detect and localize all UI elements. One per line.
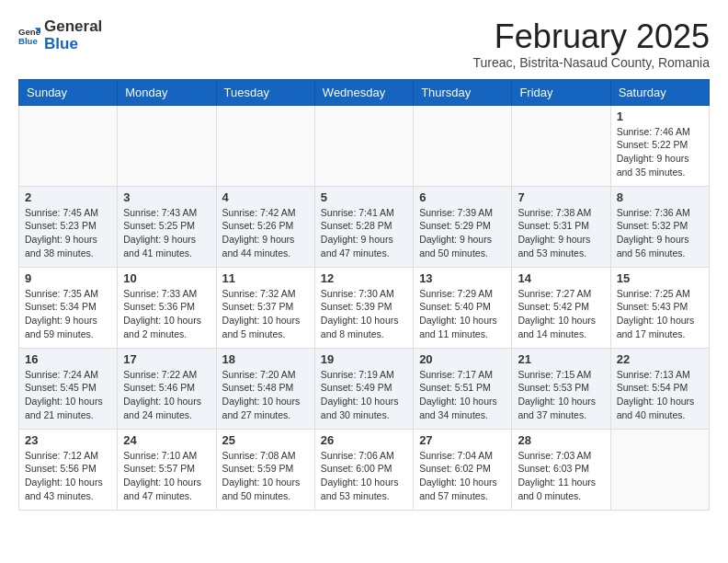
logo-blue-text: Blue [44,36,102,53]
day-info: Sunrise: 7:22 AM Sunset: 5:46 PM Dayligh… [123,368,210,422]
calendar-day-cell: 12Sunrise: 7:30 AM Sunset: 5:39 PM Dayli… [314,267,413,348]
day-info: Sunrise: 7:38 AM Sunset: 5:31 PM Dayligh… [518,206,604,260]
day-info: Sunrise: 7:19 AM Sunset: 5:49 PM Dayligh… [321,368,407,422]
logo: General Blue General Blue [18,18,102,52]
day-info: Sunrise: 7:20 AM Sunset: 5:48 PM Dayligh… [222,368,309,422]
day-info: Sunrise: 7:08 AM Sunset: 5:59 PM Dayligh… [222,449,309,503]
calendar-day-cell: 21Sunrise: 7:15 AM Sunset: 5:53 PM Dayli… [512,348,610,429]
day-info: Sunrise: 7:03 AM Sunset: 6:03 PM Dayligh… [518,449,604,503]
calendar-day-cell [19,105,118,186]
day-info: Sunrise: 7:43 AM Sunset: 5:25 PM Dayligh… [123,206,210,260]
day-number: 21 [518,352,604,366]
calendar-day-cell: 20Sunrise: 7:17 AM Sunset: 5:51 PM Dayli… [414,348,512,429]
day-number: 15 [617,271,703,285]
calendar-day-cell [216,105,314,186]
calendar-week-row: 16Sunrise: 7:24 AM Sunset: 5:45 PM Dayli… [19,348,710,429]
day-number: 4 [222,190,309,204]
weekday-header-monday: Monday [118,79,216,105]
weekday-header-tuesday: Tuesday [216,79,314,105]
calendar-day-cell: 1Sunrise: 7:46 AM Sunset: 5:22 PM Daylig… [610,105,709,186]
day-info: Sunrise: 7:10 AM Sunset: 5:57 PM Dayligh… [123,449,210,503]
day-info: Sunrise: 7:39 AM Sunset: 5:29 PM Dayligh… [419,206,506,260]
calendar-day-cell: 26Sunrise: 7:06 AM Sunset: 6:00 PM Dayli… [314,429,413,510]
title-section: February 2025 Tureac, Bistrita-Nasaud Co… [472,18,710,70]
calendar-day-cell: 11Sunrise: 7:32 AM Sunset: 5:37 PM Dayli… [216,267,314,348]
day-number: 9 [25,271,111,285]
day-number: 27 [419,433,506,447]
calendar-day-cell [118,105,216,186]
day-info: Sunrise: 7:24 AM Sunset: 5:45 PM Dayligh… [25,368,111,422]
logo-icon: General Blue [18,25,40,47]
day-info: Sunrise: 7:36 AM Sunset: 5:32 PM Dayligh… [617,206,703,260]
logo-general-text: General [44,18,102,36]
day-info: Sunrise: 7:35 AM Sunset: 5:34 PM Dayligh… [25,287,111,341]
calendar-day-cell: 28Sunrise: 7:03 AM Sunset: 6:03 PM Dayli… [512,429,610,510]
calendar-table: SundayMondayTuesdayWednesdayThursdayFrid… [18,79,710,511]
day-number: 17 [123,352,210,366]
day-number: 19 [321,352,407,366]
calendar-week-row: 1Sunrise: 7:46 AM Sunset: 5:22 PM Daylig… [19,105,710,186]
calendar-day-cell: 19Sunrise: 7:19 AM Sunset: 5:49 PM Dayli… [314,348,413,429]
day-number: 5 [321,190,407,204]
day-number: 14 [518,271,604,285]
calendar-day-cell: 14Sunrise: 7:27 AM Sunset: 5:42 PM Dayli… [512,267,610,348]
day-number: 1 [617,109,703,123]
day-number: 2 [25,190,111,204]
day-number: 12 [321,271,407,285]
calendar-day-cell: 13Sunrise: 7:29 AM Sunset: 5:40 PM Dayli… [414,267,512,348]
day-info: Sunrise: 7:25 AM Sunset: 5:43 PM Dayligh… [617,287,703,341]
calendar-day-cell: 24Sunrise: 7:10 AM Sunset: 5:57 PM Dayli… [118,429,216,510]
weekday-header-thursday: Thursday [414,79,512,105]
calendar-week-row: 23Sunrise: 7:12 AM Sunset: 5:56 PM Dayli… [19,429,710,510]
day-number: 28 [518,433,604,447]
calendar-day-cell: 16Sunrise: 7:24 AM Sunset: 5:45 PM Dayli… [19,348,118,429]
day-info: Sunrise: 7:46 AM Sunset: 5:22 PM Dayligh… [617,125,703,179]
day-info: Sunrise: 7:17 AM Sunset: 5:51 PM Dayligh… [419,368,506,422]
day-info: Sunrise: 7:45 AM Sunset: 5:23 PM Dayligh… [25,206,111,260]
calendar-day-cell: 5Sunrise: 7:41 AM Sunset: 5:28 PM Daylig… [314,186,413,267]
day-number: 20 [419,352,506,366]
calendar-day-cell: 10Sunrise: 7:33 AM Sunset: 5:36 PM Dayli… [118,267,216,348]
calendar-day-cell: 7Sunrise: 7:38 AM Sunset: 5:31 PM Daylig… [512,186,610,267]
month-title: February 2025 [472,18,710,55]
svg-text:Blue: Blue [18,35,38,45]
day-number: 10 [123,271,210,285]
calendar-day-cell: 18Sunrise: 7:20 AM Sunset: 5:48 PM Dayli… [216,348,314,429]
calendar-day-cell: 4Sunrise: 7:42 AM Sunset: 5:26 PM Daylig… [216,186,314,267]
day-info: Sunrise: 7:42 AM Sunset: 5:26 PM Dayligh… [222,206,309,260]
day-info: Sunrise: 7:13 AM Sunset: 5:54 PM Dayligh… [617,368,703,422]
calendar-week-row: 9Sunrise: 7:35 AM Sunset: 5:34 PM Daylig… [19,267,710,348]
calendar-day-cell [414,105,512,186]
calendar-day-cell [512,105,610,186]
day-number: 24 [123,433,210,447]
page-header: General Blue General Blue February 2025 … [18,18,710,70]
day-info: Sunrise: 7:04 AM Sunset: 6:02 PM Dayligh… [419,449,506,503]
day-info: Sunrise: 7:27 AM Sunset: 5:42 PM Dayligh… [518,287,604,341]
day-info: Sunrise: 7:30 AM Sunset: 5:39 PM Dayligh… [321,287,407,341]
calendar-day-cell [314,105,413,186]
calendar-day-cell [610,429,709,510]
weekday-header-sunday: Sunday [19,79,118,105]
day-info: Sunrise: 7:06 AM Sunset: 6:00 PM Dayligh… [321,449,407,503]
day-number: 11 [222,271,309,285]
day-number: 18 [222,352,309,366]
calendar-day-cell: 25Sunrise: 7:08 AM Sunset: 5:59 PM Dayli… [216,429,314,510]
day-info: Sunrise: 7:33 AM Sunset: 5:36 PM Dayligh… [123,287,210,341]
calendar-day-cell: 22Sunrise: 7:13 AM Sunset: 5:54 PM Dayli… [610,348,709,429]
calendar-day-cell: 9Sunrise: 7:35 AM Sunset: 5:34 PM Daylig… [19,267,118,348]
calendar-day-cell: 23Sunrise: 7:12 AM Sunset: 5:56 PM Dayli… [19,429,118,510]
day-number: 16 [25,352,111,366]
weekday-header-row: SundayMondayTuesdayWednesdayThursdayFrid… [19,79,710,105]
calendar-day-cell: 17Sunrise: 7:22 AM Sunset: 5:46 PM Dayli… [118,348,216,429]
day-number: 3 [123,190,210,204]
calendar-day-cell: 15Sunrise: 7:25 AM Sunset: 5:43 PM Dayli… [610,267,709,348]
day-number: 23 [25,433,111,447]
day-number: 25 [222,433,309,447]
calendar-day-cell: 27Sunrise: 7:04 AM Sunset: 6:02 PM Dayli… [414,429,512,510]
calendar-day-cell: 2Sunrise: 7:45 AM Sunset: 5:23 PM Daylig… [19,186,118,267]
day-info: Sunrise: 7:12 AM Sunset: 5:56 PM Dayligh… [25,449,111,503]
day-info: Sunrise: 7:32 AM Sunset: 5:37 PM Dayligh… [222,287,309,341]
day-number: 8 [617,190,703,204]
weekday-header-friday: Friday [512,79,610,105]
weekday-header-wednesday: Wednesday [314,79,413,105]
